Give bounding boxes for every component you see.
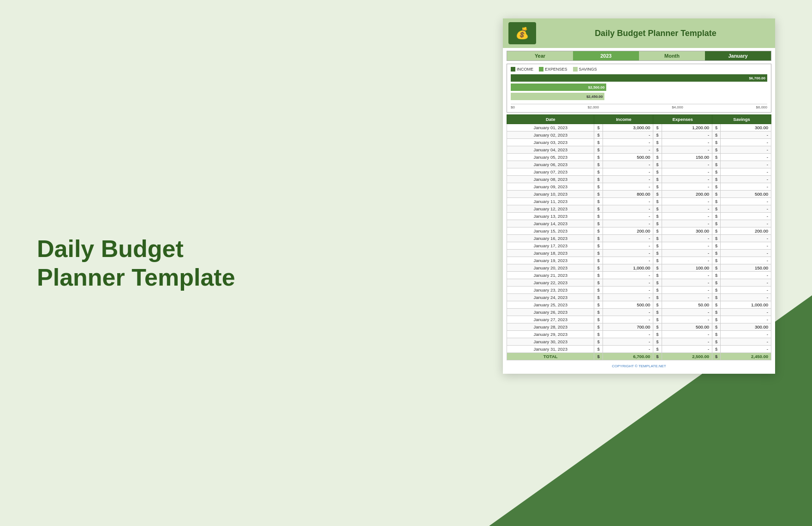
table-row: January 05, 2023 $ 500.00 $ 150.00 $ - (507, 154, 771, 161)
cell-expenses: - (662, 338, 712, 346)
savings-dot (573, 67, 578, 72)
total-income: 6,700.00 (603, 353, 653, 360)
table-row: January 19, 2023 $ - $ - $ - (507, 257, 771, 264)
cell-expenses: - (662, 183, 712, 191)
table-row: January 27, 2023 $ - $ - $ - (507, 316, 771, 323)
chart-area: INCOME EXPENSES SAVINGS $6,700.00 (507, 64, 771, 113)
cell-savings-dollar: $ (712, 346, 721, 353)
cell-savings-dollar: $ (712, 146, 721, 154)
cell-date: January 29, 2023 (507, 331, 594, 338)
cell-expenses-dollar: $ (653, 124, 662, 132)
cell-expenses: - (662, 242, 712, 250)
cell-expenses-dollar: $ (653, 264, 662, 272)
cell-savings: - (721, 287, 771, 294)
col-header-expenses: Expenses (653, 115, 712, 124)
table-row: January 14, 2023 $ - $ - $ - (507, 220, 771, 227)
table-row: January 29, 2023 $ - $ - $ - (507, 331, 771, 338)
year-label: Year (507, 51, 573, 60)
cell-expenses: - (662, 346, 712, 353)
cell-income-dollar: $ (594, 154, 603, 161)
cell-income-dollar: $ (594, 198, 603, 205)
chart-xaxis: $0 $2,000 $4,000 $6,000 (511, 104, 767, 109)
cell-expenses: 1,200.00 (662, 124, 712, 132)
cell-income-dollar: $ (594, 250, 603, 257)
x-label-2: $4,000 (672, 105, 683, 109)
table-row: January 10, 2023 $ 800.00 $ 200.00 $ 500… (507, 191, 771, 198)
cell-income-dollar: $ (594, 191, 603, 198)
cell-savings-dollar: $ (712, 124, 721, 132)
cell-date: January 19, 2023 (507, 257, 594, 264)
cell-expenses: 200.00 (662, 191, 712, 198)
cell-savings-dollar: $ (712, 205, 721, 213)
cell-savings-dollar: $ (712, 338, 721, 346)
cell-expenses: - (662, 220, 712, 227)
cell-date: January 25, 2023 (507, 301, 594, 309)
cell-income-dollar: $ (594, 338, 603, 346)
cell-expenses: - (662, 257, 712, 264)
cell-expenses-dollar: $ (653, 331, 662, 338)
cell-date: January 24, 2023 (507, 294, 594, 301)
cell-income-dollar: $ (594, 183, 603, 191)
bar-income-row: $6,700.00 (511, 74, 767, 82)
total-income-dollar: $ (594, 353, 603, 360)
cell-income: - (603, 205, 653, 213)
total-savings-dollar: $ (712, 353, 721, 360)
cell-savings: - (721, 294, 771, 301)
cell-savings: - (721, 242, 771, 250)
month-value: January (705, 51, 771, 60)
cell-expenses-dollar: $ (653, 139, 662, 146)
chart-legend: INCOME EXPENSES SAVINGS (511, 67, 767, 72)
cell-savings-dollar: $ (712, 279, 721, 287)
cell-income: 1,000.00 (603, 264, 653, 272)
cell-savings-dollar: $ (712, 220, 721, 227)
cell-expenses: - (662, 132, 712, 139)
cell-expenses-dollar: $ (653, 338, 662, 346)
main-title: Daily Budget Planner Template (37, 234, 235, 292)
table-row: January 11, 2023 $ - $ - $ - (507, 198, 771, 205)
cell-income: - (603, 132, 653, 139)
bar-savings-row: $2,450.00 (511, 93, 767, 100)
cell-income: 700.00 (603, 323, 653, 331)
cell-date: January 28, 2023 (507, 323, 594, 331)
cell-income: - (603, 287, 653, 294)
x-label-3: $6,000 (756, 105, 767, 109)
cell-savings-dollar: $ (712, 294, 721, 301)
cell-expenses-dollar: $ (653, 198, 662, 205)
table-row: January 08, 2023 $ - $ - $ - (507, 176, 771, 183)
cell-savings-dollar: $ (712, 176, 721, 183)
cell-savings-dollar: $ (712, 139, 721, 146)
cell-savings-dollar: $ (712, 250, 721, 257)
cell-expenses-dollar: $ (653, 294, 662, 301)
expenses-label: EXPENSES (545, 67, 567, 72)
cell-income: - (603, 168, 653, 176)
table-row: January 02, 2023 $ - $ - $ - (507, 132, 771, 139)
table-row: January 21, 2023 $ - $ - $ - (507, 272, 771, 279)
cell-savings-dollar: $ (712, 132, 721, 139)
cell-expenses-dollar: $ (653, 154, 662, 161)
col-header-savings: Savings (712, 115, 771, 124)
cell-income-dollar: $ (594, 294, 603, 301)
cell-savings: 150.00 (721, 264, 771, 272)
title-line1: Daily Budget (37, 235, 184, 262)
cell-savings-dollar: $ (712, 257, 721, 264)
cell-income: - (603, 338, 653, 346)
cell-date: January 23, 2023 (507, 287, 594, 294)
cell-income: - (603, 146, 653, 154)
cell-income: - (603, 176, 653, 183)
income-label: INCOME (517, 67, 533, 72)
legend-income: INCOME (511, 67, 533, 72)
cell-date: January 08, 2023 (507, 176, 594, 183)
cell-savings: - (721, 161, 771, 168)
cell-income: 800.00 (603, 191, 653, 198)
cell-expenses: - (662, 272, 712, 279)
cell-savings: - (721, 213, 771, 220)
table-row: January 07, 2023 $ - $ - $ - (507, 168, 771, 176)
cell-savings-dollar: $ (712, 183, 721, 191)
cell-savings: - (721, 139, 771, 146)
cell-income-dollar: $ (594, 323, 603, 331)
cell-income-dollar: $ (594, 124, 603, 132)
cell-expenses: - (662, 213, 712, 220)
cell-date: January 17, 2023 (507, 242, 594, 250)
cell-expenses-dollar: $ (653, 323, 662, 331)
cell-expenses-dollar: $ (653, 227, 662, 235)
